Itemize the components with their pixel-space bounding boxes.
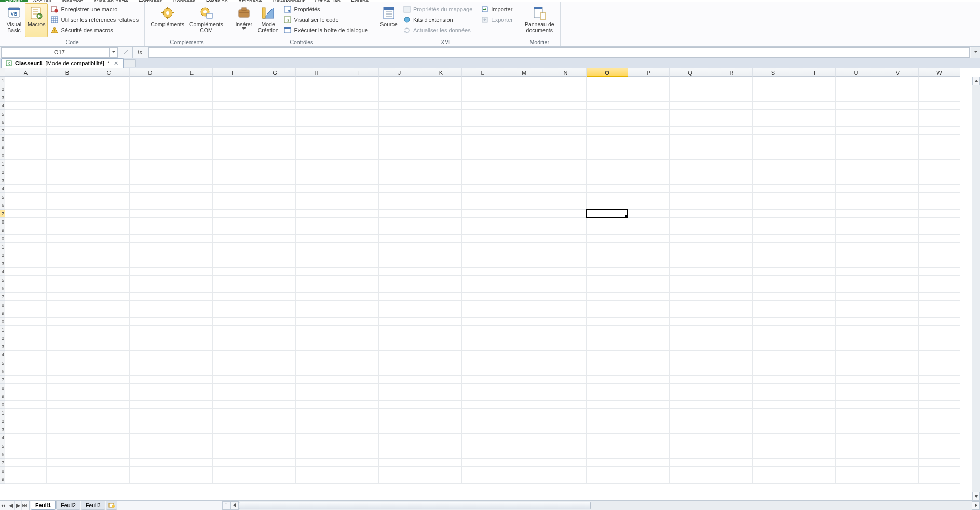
run-dialog-button[interactable]: Exécuter la boîte de dialogue — [281, 25, 371, 35]
column-header[interactable]: U — [836, 68, 877, 77]
column-header[interactable]: C — [88, 68, 130, 77]
new-sheet-button[interactable] — [106, 501, 117, 510]
row-header[interactable]: 0 — [0, 235, 5, 243]
row-header[interactable]: 9 — [0, 226, 5, 235]
column-header[interactable]: Q — [670, 68, 711, 77]
row-header[interactable]: 3 — [0, 93, 5, 102]
row-header[interactable]: 5 — [0, 276, 5, 284]
row-header[interactable]: 8 — [0, 135, 5, 143]
sheet-nav-last[interactable]: ⏭ — [22, 501, 29, 510]
row-header[interactable]: 9 — [0, 475, 5, 484]
row-header[interactable]: 6 — [0, 118, 5, 127]
row-header[interactable]: 8 — [0, 467, 5, 475]
workbook-tab-placeholder[interactable] — [124, 59, 136, 67]
row-header[interactable]: 4 — [0, 434, 5, 442]
row-header[interactable]: 1 — [0, 243, 5, 251]
sheet-tab[interactable]: Feuil3 — [81, 501, 105, 510]
column-header[interactable]: I — [337, 68, 379, 77]
row-header[interactable]: 7 — [0, 127, 5, 135]
row-header[interactable]: 2 — [0, 85, 5, 93]
column-header[interactable]: N — [545, 68, 587, 77]
row-header[interactable]: 6 — [0, 367, 5, 376]
scroll-right-button[interactable] — [972, 501, 980, 510]
column-header[interactable]: K — [420, 68, 462, 77]
sheet-nav-next[interactable]: ▶ — [15, 501, 22, 510]
column-header[interactable]: B — [47, 68, 88, 77]
fx-cancel[interactable] — [118, 47, 133, 58]
column-header[interactable]: L — [462, 68, 503, 77]
row-header[interactable]: 5 — [0, 110, 5, 118]
sheet-nav-prev[interactable]: ◀ — [7, 501, 15, 510]
row-header[interactable]: 5 — [0, 442, 5, 450]
row-header[interactable]: 9 — [0, 309, 5, 318]
map-properties-button[interactable]: Propriétés du mappage — [400, 4, 475, 14]
properties-button[interactable]: Propriétés — [281, 4, 371, 14]
document-panel-button[interactable]: Panneau de documents — [522, 3, 557, 37]
row-header[interactable]: 5 — [0, 193, 5, 201]
row-header[interactable]: 4 — [0, 185, 5, 193]
export-button[interactable]: Exporter — [478, 15, 515, 24]
formula-input[interactable] — [148, 47, 970, 58]
row-header[interactable]: 6 — [0, 284, 5, 293]
row-header[interactable]: 9 — [0, 392, 5, 401]
row-header[interactable]: 3 — [0, 342, 5, 351]
name-box-dropdown[interactable] — [109, 48, 117, 57]
row-header[interactable]: 1 — [0, 160, 5, 168]
row-header[interactable]: 2 — [0, 334, 5, 342]
scroll-up-button[interactable] — [972, 77, 980, 85]
import-button[interactable]: Importer — [478, 4, 515, 14]
insert-control-button[interactable]: Insérer — [233, 3, 255, 37]
column-header[interactable]: M — [503, 68, 545, 77]
horizontal-scrollbar[interactable]: ⋮ — [222, 501, 980, 510]
expand-formula-bar[interactable] — [971, 47, 980, 58]
cells-grid[interactable] — [5, 77, 980, 484]
column-header[interactable]: G — [254, 68, 296, 77]
row-header[interactable]: 0 — [0, 401, 5, 409]
column-header[interactable]: S — [753, 68, 794, 77]
sheet-tab[interactable]: Feuil1 — [31, 501, 56, 510]
row-header[interactable]: 1 — [0, 77, 5, 85]
xml-source-button[interactable]: Source — [377, 3, 400, 37]
row-header[interactable]: 3 — [0, 176, 5, 185]
column-header[interactable]: O — [587, 68, 628, 77]
row-header[interactable]: 4 — [0, 268, 5, 276]
column-header[interactable]: V — [877, 68, 919, 77]
scroll-thumb[interactable] — [239, 502, 591, 509]
row-header[interactable]: 6 — [0, 450, 5, 459]
row-header[interactable]: 1 — [0, 326, 5, 334]
row-header[interactable]: 2 — [0, 168, 5, 176]
row-header[interactable]: 4 — [0, 102, 5, 110]
name-box[interactable]: O17 — [1, 47, 118, 58]
column-header[interactable]: D — [130, 68, 171, 77]
row-header[interactable]: 9 — [0, 143, 5, 151]
row-header[interactable]: 0 — [0, 318, 5, 326]
column-header[interactable]: W — [919, 68, 960, 77]
design-mode-button[interactable]: Mode Création — [255, 3, 281, 37]
sheet-tab[interactable]: Feuil2 — [56, 501, 80, 510]
row-header[interactable]: 7 — [0, 459, 5, 467]
view-code-button[interactable]: {} Visualiser le code — [281, 15, 371, 24]
row-header[interactable]: 7 — [0, 210, 5, 218]
refresh-data-button[interactable]: Actualiser les données — [400, 25, 475, 35]
row-header[interactable]: 3 — [0, 259, 5, 268]
row-header[interactable]: 8 — [0, 218, 5, 226]
row-header[interactable]: 4 — [0, 351, 5, 359]
workbook-tab[interactable]: X Classeur1 [Mode de compatibilité] * ✕ — [1, 58, 124, 68]
extension-kits-button[interactable]: Kits d'extension — [400, 15, 475, 24]
row-header[interactable]: 2 — [0, 251, 5, 259]
visual-basic-button[interactable]: VB Visual Basic — [3, 3, 25, 37]
row-header[interactable]: 2 — [0, 417, 5, 425]
vertical-scrollbar[interactable] — [972, 77, 980, 500]
relative-refs-button[interactable]: Utiliser les références relatives — [48, 15, 141, 24]
row-header[interactable]: 6 — [0, 201, 5, 210]
scroll-down-button[interactable] — [972, 492, 980, 500]
row-header[interactable]: 3 — [0, 425, 5, 434]
row-header[interactable]: 7 — [0, 293, 5, 301]
row-header[interactable]: 0 — [0, 151, 5, 160]
select-all-corner[interactable] — [0, 68, 5, 77]
complements-button[interactable]: Compléments — [148, 3, 187, 37]
scroll-left-button[interactable] — [230, 501, 239, 510]
record-macro-button[interactable]: Enregistrer une macro — [48, 4, 141, 14]
macro-security-button[interactable]: ! Sécurité des macros — [48, 25, 141, 35]
column-header[interactable]: F — [213, 68, 254, 77]
